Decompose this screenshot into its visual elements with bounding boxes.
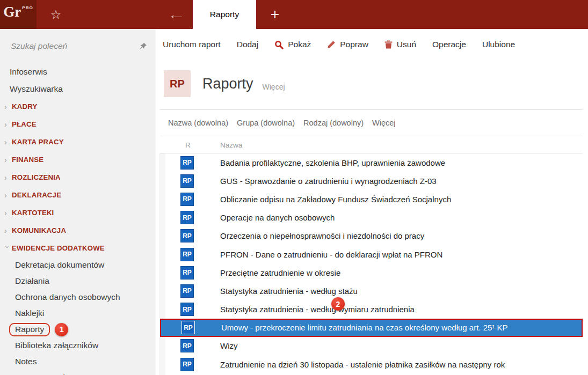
rp-row-icon: RP (180, 358, 194, 371)
new-tab-button[interactable]: + (264, 0, 286, 29)
sidebar-item-infoserwis[interactable]: Infoserwis (0, 63, 156, 80)
sidebar-section-komunikacja[interactable]: ›KOMUNIKACJA (0, 222, 156, 239)
table-row[interactable]: RPPFRON - Dane o zatrudnieniu - do dekla… (160, 245, 583, 263)
table-row[interactable]: RPGUS - Sprawozdanie o zatrudnieniu i wy… (160, 172, 583, 190)
rp-row-icon: RP (180, 339, 194, 352)
edit-button[interactable]: Popraw (327, 40, 368, 49)
sidebar-section-place[interactable]: ›PŁACE (0, 115, 156, 133)
module-badge: RP (164, 70, 191, 97)
add-button[interactable]: Dodaj (237, 40, 259, 49)
pin-icon[interactable] (139, 42, 147, 50)
command-search (0, 29, 156, 63)
column-header-nazwa[interactable]: Nazwa (220, 141, 242, 149)
sidebar-section-kartoteki[interactable]: ›KARTOTEKI (0, 204, 156, 222)
sidebar-item-biblioteka-zalacznikow[interactable]: Biblioteka załączników (0, 337, 156, 354)
chevron-right-icon: › (4, 174, 11, 181)
favorites-star-icon[interactable]: ☆ (47, 0, 64, 29)
logo-pro-label: PRO (22, 5, 33, 10)
sidebar-section-kadry[interactable]: ›KADRY (0, 98, 156, 115)
chevron-right-icon: › (4, 192, 11, 199)
rp-row-icon: RP (180, 248, 194, 261)
sidebar-section-karta-pracy[interactable]: ›KARTA PRACY (0, 133, 156, 151)
rp-row-icon: RP (180, 193, 194, 206)
table-header: R Nazwa (160, 136, 583, 153)
table-row[interactable]: RPStatystyka zatrudnienia - według stażu (160, 282, 583, 300)
toolbar: Uruchom raport Dodaj Pokaż Popraw (156, 29, 588, 60)
sidebar-item-raporty[interactable]: Raporty 1 (0, 321, 156, 337)
delete-button[interactable]: Usuń (384, 40, 416, 49)
logo-text: Gr (3, 5, 21, 19)
rp-row-icon: RP (180, 229, 194, 242)
back-arrow-icon[interactable]: ← (158, 0, 194, 29)
rp-row-icon: RP (180, 174, 194, 188)
filter-nazwa[interactable]: Nazwa (dowolna) (168, 119, 228, 127)
show-button[interactable]: Pokaż (274, 40, 311, 49)
filter-rodzaj[interactable]: Rodzaj (dowolny) (303, 119, 364, 127)
sidebar-item-dekretacja-dokumentow[interactable]: Dekretacja dokumentów (0, 257, 156, 273)
sidebar-item-ochrona-danych-osobowych[interactable]: Ochrona danych osobowych (0, 289, 156, 305)
annotation-step-2: 2 (331, 297, 345, 311)
page-title: Raporty (202, 76, 253, 92)
module-header: RP Raporty Więcej (164, 70, 285, 97)
table-row[interactable]: RPStatystyka zatrudnienia - według wymia… (160, 300, 583, 319)
header-more-link[interactable]: Więcej (263, 83, 285, 91)
report-list: RPBadania profilaktyczne, szkolenia BHP,… (160, 153, 583, 373)
tab-raporty[interactable]: Raporty (193, 0, 256, 29)
sidebar-item-naklejki[interactable]: Naklejki (0, 305, 156, 321)
sidebar-section-finanse[interactable]: ›FINANSE (0, 151, 156, 168)
search-icon (274, 40, 284, 49)
chevron-right-icon: › (4, 227, 11, 234)
table-row-selected[interactable]: RPUmowy - przekroczenie limitu zatrudnia… (160, 319, 583, 337)
table-row[interactable]: RPZatrudnienie na dzień 30 listopada - u… (160, 355, 583, 373)
rp-row-icon: RP (180, 211, 194, 224)
sidebar-section-ewidencje-dodatkowe[interactable]: ›EWIDENCJE DODATKOWE (0, 239, 156, 257)
chevron-right-icon: › (4, 103, 11, 111)
chevron-right-icon: › (4, 209, 11, 217)
table-row[interactable]: RPWizy (160, 337, 583, 355)
rp-row-icon: RP (182, 321, 195, 334)
sidebar-item-notes[interactable]: Notes (0, 354, 156, 370)
table-row[interactable]: RPOperacje na danych osobowych (160, 209, 583, 227)
table-row[interactable]: RPOrzeczenia o niepełnosprawności i niez… (160, 227, 583, 245)
favorites-button[interactable]: Ulubione (482, 40, 515, 49)
table-row[interactable]: RPBadania profilaktyczne, szkolenia BHP,… (160, 153, 583, 172)
main-panel: Uruchom raport Dodaj Pokaż Popraw (156, 29, 588, 375)
chevron-right-icon: › (4, 121, 11, 128)
filter-grupa[interactable]: Grupa (dowolna) (237, 119, 295, 127)
app-logo[interactable]: Gr PRO (0, 0, 37, 29)
table-row[interactable]: RPObliczanie odpisu na Zakładowy Fundusz… (160, 190, 583, 208)
rp-row-icon: RP (180, 284, 194, 298)
filter-more[interactable]: Więcej (372, 119, 396, 127)
rp-row-icon: RP (180, 303, 194, 316)
column-header-r[interactable]: R (185, 141, 191, 149)
command-search-input[interactable] (10, 41, 139, 52)
pencil-icon (327, 40, 336, 49)
chevron-right-icon: › (4, 156, 11, 164)
operations-button[interactable]: Operacje (432, 40, 466, 49)
chevron-right-icon: › (4, 138, 11, 146)
rp-row-icon: RP (180, 266, 194, 280)
sidebar-section-deklaracje[interactable]: ›DEKLARACJE (0, 186, 156, 204)
run-report-button[interactable]: Uruchom raport (163, 40, 221, 49)
sidebar-item-dzialania[interactable]: Działania (0, 273, 156, 289)
table-row[interactable]: RPPrzeciętne zatrudnienie w okresie (160, 263, 583, 282)
sidebar-item-wyszukiwarka[interactable]: Wyszukiwarka (0, 80, 156, 98)
sidebar: Infoserwis Wyszukiwarka ›KADRY ›PŁACE ›K… (0, 29, 156, 375)
topbar: Gr PRO ☆ ← Raporty + (0, 0, 588, 29)
sidebar-item-partial[interactable]: Automatyzacja (0, 370, 156, 375)
selected-item-outline: Raporty (9, 323, 50, 336)
annotation-step-1: 1 (55, 323, 68, 336)
trash-icon (384, 40, 393, 49)
chevron-down-icon: › (4, 246, 11, 252)
rp-row-icon: RP (180, 156, 194, 170)
sidebar-section-rozliczenia[interactable]: ›ROZLICZENIA (0, 168, 156, 186)
filter-bar: Nazwa (dowolna) Grupa (dowolna) Rodzaj (… (160, 109, 583, 136)
